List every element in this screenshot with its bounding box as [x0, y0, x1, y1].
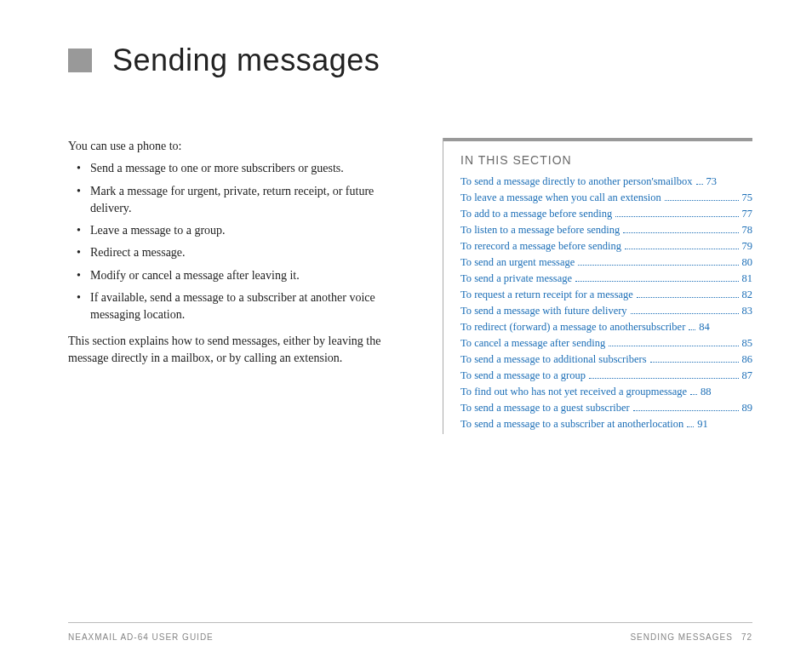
toc-page-number: 73 — [706, 175, 718, 188]
list-item: Mark a message for urgent, private, retu… — [68, 183, 409, 218]
toc-leader-dots — [650, 362, 739, 363]
toc-link[interactable]: To rerecord a message before sending79 — [460, 240, 752, 253]
toc-leader-dots — [631, 313, 739, 314]
toc-label: subscriber — [642, 321, 685, 334]
toc-link[interactable]: To send a message to a group87 — [460, 369, 752, 382]
section-heading: IN THIS SECTION — [460, 153, 752, 167]
right-column: IN THIS SECTION To send a message direct… — [443, 138, 752, 434]
page-title-row: Sending messages — [68, 43, 752, 78]
toc-label: To send an urgent message — [460, 256, 575, 269]
toc-page-number: 80 — [742, 256, 753, 269]
toc-leader-dots — [589, 378, 738, 379]
footer-rule — [68, 622, 752, 623]
toc-leader-dots — [633, 410, 739, 411]
page-title: Sending messages — [112, 43, 380, 78]
toc-link[interactable]: To send a private message81 — [460, 272, 752, 285]
toc-label: To add to a message before sending — [460, 208, 612, 220]
toc-link[interactable]: To redirect (forward) a message to anoth… — [460, 321, 752, 334]
toc-leader-dots — [690, 394, 697, 395]
toc-label: To send a message with future delivery — [460, 305, 627, 317]
toc-page-number: 88 — [700, 386, 712, 398]
toc-page-number: 85 — [742, 337, 753, 350]
toc-label: message — [651, 386, 687, 398]
toc-page-number: 91 — [697, 418, 708, 431]
toc-page-number: 75 — [742, 192, 753, 204]
toc-link[interactable]: To find out who has not yet received a g… — [460, 386, 752, 398]
toc-link[interactable]: To send a message to additional subscrib… — [460, 353, 752, 366]
footer-right: SENDING MESSAGES 72 — [630, 632, 752, 642]
toc-link[interactable]: To send a message to a subscriber at ano… — [460, 418, 752, 431]
toc-leader-dots — [665, 200, 739, 201]
list-item: Leave a message to a group. — [68, 222, 409, 239]
toc-label: To send a message to a group — [460, 369, 586, 382]
footer-left: NEAXMAIL AD-64 USER GUIDE — [68, 632, 214, 642]
toc-label: To send a message to a guest subscriber — [460, 402, 630, 415]
toc-leader-dots — [696, 184, 703, 185]
toc-link[interactable]: To listen to a message before sending78 — [460, 224, 752, 237]
toc-label: To rerecord a message before sending — [460, 240, 621, 253]
toc-page-number: 82 — [742, 289, 753, 301]
toc-link[interactable]: To send a message with future delivery83 — [460, 305, 752, 317]
section-top-bar — [443, 138, 752, 141]
toc-leader-dots — [689, 329, 695, 330]
toc-page-number: 89 — [742, 402, 753, 415]
toc-page-number: 81 — [742, 272, 753, 285]
toc-leader-dots — [623, 232, 738, 233]
toc-page-number: 86 — [742, 353, 753, 366]
closing-text: This section explains how to send messag… — [68, 333, 409, 368]
toc-label: To cancel a message after sending — [460, 337, 605, 350]
toc-link[interactable]: To leave a message when you call an exte… — [460, 192, 752, 204]
toc-link[interactable]: To send a message directly to another pe… — [460, 175, 752, 188]
toc-page-number: 84 — [699, 321, 710, 334]
toc-page-number: 78 — [742, 224, 753, 237]
content-columns: You can use a phone to: Send a message t… — [68, 138, 752, 434]
table-of-contents: To send a message directly to another pe… — [460, 175, 752, 431]
toc-leader-dots — [615, 216, 738, 217]
toc-link[interactable]: To request a return receipt for a messag… — [460, 289, 752, 301]
toc-label: To request a return receipt for a messag… — [460, 289, 633, 301]
list-item: Modify or cancel a message after leaving… — [68, 267, 409, 284]
toc-label: To send a message directly to another pe… — [460, 175, 658, 188]
list-item: If available, send a message to a subscr… — [68, 289, 409, 324]
toc-label: location — [649, 418, 683, 431]
toc-link[interactable]: To cancel a message after sending85 — [460, 337, 752, 350]
toc-leader-dots — [575, 281, 738, 282]
toc-link[interactable]: To send a message to a guest subscriber8… — [460, 402, 752, 415]
toc-label: To send a private message — [460, 272, 572, 285]
footer-page-number: 72 — [741, 632, 752, 642]
toc-leader-dots — [625, 249, 739, 249]
toc-label: To leave a message when you call an exte… — [460, 192, 661, 204]
toc-leader-dots — [687, 426, 694, 427]
toc-label: To send a message to a subscriber at ano… — [460, 418, 649, 431]
toc-link[interactable]: To send an urgent message80 — [460, 256, 752, 269]
toc-page-number: 87 — [742, 369, 753, 382]
toc-label: To listen to a message before sending — [460, 224, 620, 237]
list-item: Send a message to one or more subscriber… — [68, 160, 409, 177]
toc-leader-dots — [578, 265, 738, 266]
toc-page-number: 77 — [742, 208, 753, 220]
intro-text: You can use a phone to: — [68, 138, 409, 155]
toc-page-number: 83 — [742, 305, 753, 317]
toc-page-number: 79 — [742, 240, 753, 253]
toc-label: To send a message to additional subscrib… — [460, 353, 647, 366]
toc-leader-dots — [637, 297, 739, 298]
toc-label: To redirect (forward) a message to anoth… — [460, 321, 642, 334]
toc-label: mailbox — [658, 175, 693, 188]
bullet-list: Send a message to one or more subscriber… — [68, 160, 409, 323]
left-column: You can use a phone to: Send a message t… — [68, 138, 409, 434]
toc-link[interactable]: To add to a message before sending77 — [460, 208, 752, 220]
footer-section-label: SENDING MESSAGES — [630, 632, 732, 642]
toc-label: To find out who has not yet received a g… — [460, 386, 651, 398]
toc-leader-dots — [609, 346, 738, 346]
document-page: Sending messages You can use a phone to:… — [0, 0, 812, 669]
title-square-icon — [68, 49, 92, 72]
list-item: Redirect a message. — [68, 244, 409, 261]
page-footer: NEAXMAIL AD-64 USER GUIDE SENDING MESSAG… — [68, 632, 752, 642]
